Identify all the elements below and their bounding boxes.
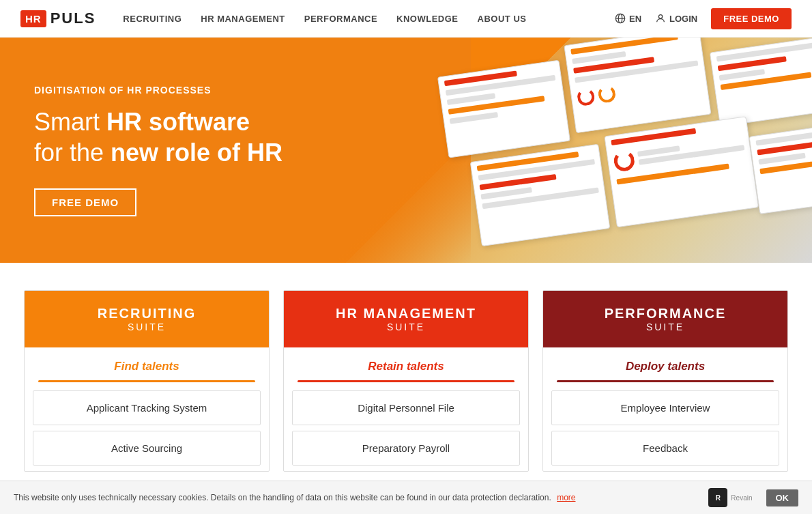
nav-link-knowledge[interactable]: KNOWLEDGE bbox=[396, 14, 458, 24]
suite-sub-performance: SUITE bbox=[557, 322, 774, 332]
login-button[interactable]: LOGIN bbox=[655, 13, 697, 24]
mock-screen-3 bbox=[710, 38, 812, 127]
suite-card-hrmanagement: HR MANAGEMENT SUITE Retain talents Digit… bbox=[283, 290, 529, 472]
mock-screen-4 bbox=[470, 144, 611, 246]
suite-name-hrmanagement: HR MANAGEMENT bbox=[298, 306, 514, 322]
talent-label-hrmanagement: Retain talents bbox=[284, 347, 528, 380]
hero-title-bold2: new role of HR bbox=[111, 139, 282, 167]
suite-item-active-sourcing[interactable]: Active Sourcing bbox=[33, 431, 261, 466]
suite-item-employee-interview[interactable]: Employee Interview bbox=[551, 390, 779, 425]
suite-item-ats[interactable]: Applicant Tracking System bbox=[33, 390, 261, 425]
talent-label-recruiting: Find talents bbox=[25, 347, 269, 380]
person-icon bbox=[655, 13, 666, 24]
login-label: LOGIN bbox=[669, 14, 697, 24]
suite-sub-hrmanagement: SUITE bbox=[298, 322, 514, 332]
suite-item-digital-personnel-file[interactable]: Digital Personnel File bbox=[292, 390, 520, 425]
hero-section: DIGITISATION OF HR PROCESSES Smart HR so… bbox=[0, 38, 812, 263]
suite-body-recruiting: Find talents Applicant Tracking System A… bbox=[25, 347, 269, 466]
hero-demo-button[interactable]: FREE DEMO bbox=[34, 188, 136, 216]
nav-link-performance[interactable]: PERFORMANCE bbox=[304, 14, 377, 24]
nav-link-recruiting[interactable]: RECRUITING bbox=[123, 14, 182, 24]
hero-image bbox=[406, 38, 812, 263]
talent-divider-hrmanagement bbox=[298, 380, 514, 382]
nav-link-hr-management[interactable]: HR MANAGEMENT bbox=[201, 14, 285, 24]
suite-item-preparatory-payroll[interactable]: Preparatory Payroll bbox=[292, 431, 520, 466]
mock-screen-6 bbox=[749, 120, 812, 214]
talent-divider-performance bbox=[557, 380, 774, 382]
navbar: HR PULS RECRUITING HR MANAGEMENT PERFORM… bbox=[0, 0, 812, 38]
globe-icon bbox=[615, 13, 626, 24]
suite-header-hrmanagement: HR MANAGEMENT SUITE bbox=[284, 291, 528, 347]
nav-link-about-us[interactable]: ABOUT US bbox=[478, 14, 527, 24]
hero-title-line2: for the bbox=[34, 139, 111, 167]
mock-screen-1 bbox=[437, 60, 570, 158]
suite-name-performance: PERFORMANCE bbox=[557, 306, 774, 322]
suite-item-feedback[interactable]: Feedback bbox=[551, 431, 779, 466]
nav-right: EN LOGIN FREE DEMO bbox=[615, 8, 792, 29]
logo-text: PULS bbox=[50, 10, 96, 27]
suite-sub-recruiting: SUITE bbox=[38, 322, 255, 332]
suite-header-recruiting: RECRUITING SUITE bbox=[25, 291, 269, 347]
hero-title: Smart HR software for the new role of HR bbox=[34, 106, 437, 168]
nav-links: RECRUITING HR MANAGEMENT PERFORMANCE KNO… bbox=[123, 14, 615, 24]
suite-name-recruiting: RECRUITING bbox=[38, 306, 255, 322]
mock-screen-2 bbox=[564, 38, 711, 133]
suite-body-hrmanagement: Retain talents Digital Personnel File Pr… bbox=[284, 347, 528, 466]
suite-body-performance: Deploy talents Employee Interview Feedba… bbox=[543, 347, 787, 466]
suite-header-performance: PERFORMANCE SUITE bbox=[543, 291, 787, 347]
suite-card-recruiting: RECRUITING SUITE Find talents Applicant … bbox=[24, 290, 270, 472]
hero-screenshots bbox=[414, 38, 812, 263]
language-button[interactable]: EN bbox=[615, 13, 641, 24]
talent-divider-recruiting bbox=[38, 380, 255, 382]
suite-cards-section: RECRUITING SUITE Find talents Applicant … bbox=[0, 263, 812, 472]
free-demo-nav-button[interactable]: FREE DEMO bbox=[711, 8, 792, 29]
logo[interactable]: HR PULS bbox=[20, 10, 96, 27]
svg-point-3 bbox=[658, 15, 662, 18]
suite-card-performance: PERFORMANCE SUITE Deploy talents Employe… bbox=[542, 290, 788, 472]
hero-content: DIGITISATION OF HR PROCESSES Smart HR so… bbox=[0, 38, 471, 263]
hero-title-line1: Smart bbox=[34, 108, 106, 136]
hero-subtitle: DIGITISATION OF HR PROCESSES bbox=[34, 85, 437, 96]
lang-label: EN bbox=[629, 14, 641, 24]
hero-title-bold1: HR software bbox=[106, 108, 250, 136]
talent-label-performance: Deploy talents bbox=[543, 347, 787, 380]
mock-screen-5 bbox=[604, 116, 759, 227]
logo-badge: HR bbox=[20, 10, 46, 27]
